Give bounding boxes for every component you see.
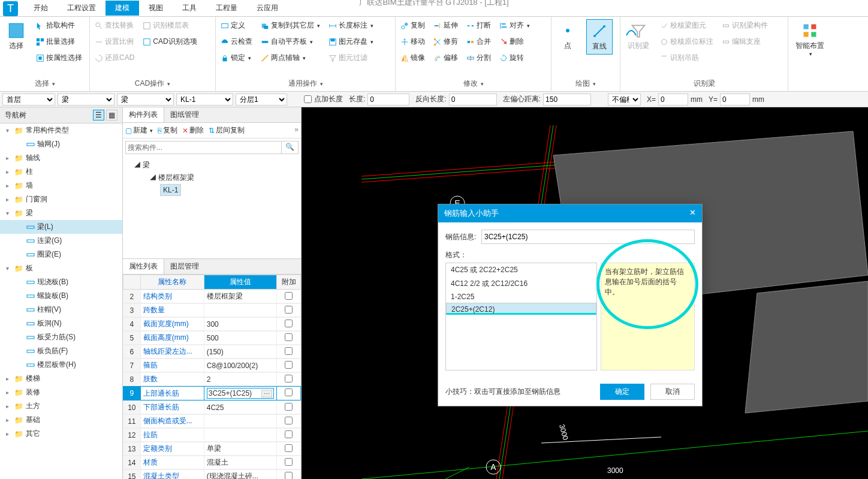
nooffset-select[interactable]: 不偏移	[608, 94, 641, 106]
type-select[interactable]: 梁	[58, 94, 114, 106]
search-input[interactable]	[125, 141, 282, 154]
format-item[interactable]: 1-2C25	[446, 291, 596, 303]
define[interactable]: 定义	[219, 19, 254, 32]
select-by-prop[interactable]: 按属性选择	[35, 52, 83, 64]
search-icon[interactable]: 🔍	[282, 141, 299, 154]
tab-component-list[interactable]: 构件列表	[123, 107, 164, 122]
length-input[interactable]	[367, 94, 409, 106]
align[interactable]: 对齐▾	[498, 19, 531, 32]
tab-quantity[interactable]: 工程量	[206, 1, 247, 16]
lock[interactable]: 锁定▾	[219, 52, 254, 64]
cancel-button[interactable]: 取消	[650, 384, 695, 400]
format-item[interactable]: 2C25+(2C12)	[446, 303, 596, 315]
tree-item[interactable]: 现浇板(B)	[0, 275, 122, 289]
property-row[interactable]: 5截面高度(mm)500	[123, 331, 301, 345]
extend[interactable]: 延伸	[432, 19, 459, 32]
close-icon[interactable]: ✕	[689, 208, 696, 219]
cloud-check[interactable]: 云检查	[219, 35, 254, 48]
floor-copy[interactable]: ⇅层间复制	[209, 125, 245, 135]
y-input[interactable]	[720, 94, 750, 106]
rotate[interactable]: 旋转	[498, 52, 531, 64]
tab-tools[interactable]: 工具	[173, 1, 206, 16]
tree-item[interactable]: 圈梁(E)	[0, 248, 122, 261]
tree-item[interactable]: 板受力筋(S)	[0, 330, 122, 344]
floor-select[interactable]: 首层	[2, 94, 55, 106]
property-row[interactable]: 8肢数2	[123, 372, 301, 386]
copy-to-floor[interactable]: 复制到其它层▾	[260, 19, 321, 32]
clist-category[interactable]: ◢ 楼层框架梁	[125, 171, 299, 184]
property-row[interactable]: 7箍筋C8@100/200(2)	[123, 359, 301, 372]
component-select[interactable]: KL-1	[176, 94, 233, 106]
batch-select[interactable]: 批量选择	[35, 35, 83, 48]
tree-category[interactable]: ▸📁 土方	[0, 399, 122, 413]
tree-item[interactable]: 梁(L)	[0, 220, 122, 234]
tab-project[interactable]: 工程设置	[58, 1, 106, 16]
tree-category[interactable]: ▾📁 板	[0, 261, 122, 275]
cad-options[interactable]: CAD识别选项	[141, 35, 198, 48]
tab-cloud[interactable]: 云应用	[247, 1, 288, 16]
tree-category[interactable]: ▾📁 常用构件类型	[0, 123, 122, 137]
tab-layer-mgmt[interactable]: 图层管理	[164, 259, 205, 274]
point-button[interactable]: 点	[555, 19, 580, 53]
delete-component[interactable]: ✕删除	[182, 125, 204, 135]
tab-start[interactable]: 开始	[24, 1, 58, 16]
mirror[interactable]: 镜像	[399, 52, 426, 64]
property-row[interactable]: 12拉筋	[123, 428, 301, 442]
tree-category[interactable]: ▸📁 柱	[0, 165, 122, 179]
more-icon[interactable]: ⋯	[261, 390, 272, 397]
offset-input[interactable]	[543, 94, 591, 106]
merge[interactable]: 合并	[465, 35, 492, 48]
split[interactable]: 分割	[465, 52, 492, 64]
property-row[interactable]: 3跨数量	[123, 303, 301, 317]
format-item[interactable]: 4C12 2/2 或 2C12/2C16	[446, 277, 596, 291]
property-row[interactable]: 9上部通长筋3C25+(1C25)⋯	[123, 386, 301, 400]
tab-view[interactable]: 视图	[139, 1, 173, 16]
property-row[interactable]: 13定额类别单梁	[123, 442, 301, 456]
tree-category[interactable]: ▸📁 门窗洞	[0, 192, 122, 206]
new-component[interactable]: ▢新建▾	[125, 125, 153, 135]
delete[interactable]: 删除	[498, 35, 531, 48]
tree-item[interactable]: 连梁(G)	[0, 234, 122, 248]
tree-item[interactable]: 板负筋(F)	[0, 344, 122, 358]
pointlen-checkbox[interactable]	[304, 95, 312, 103]
break[interactable]: 打断	[465, 19, 492, 32]
tree-item[interactable]: 螺旋板(B)	[0, 289, 122, 303]
tree-category[interactable]: ▸📁 墙	[0, 179, 122, 192]
property-row[interactable]: 14材质混凝土	[123, 456, 301, 469]
copy[interactable]: 复制	[399, 19, 426, 32]
format-list[interactable]: 4C25 或 2C22+2C254C12 2/2 或 2C12/2C161-2C…	[445, 263, 597, 370]
tree-item[interactable]: 轴网(J)	[0, 137, 122, 151]
two-point-aux[interactable]: 两点辅轴▾	[260, 52, 321, 64]
rebar-info-input[interactable]	[481, 230, 695, 244]
identify-beam-button[interactable]: 识别梁	[624, 19, 653, 53]
tree-category[interactable]: ▸📁 装修	[0, 385, 122, 399]
move[interactable]: 移动	[399, 35, 426, 48]
tree-item[interactable]: 柱帽(V)	[0, 303, 122, 317]
clist-root[interactable]: ◢ 梁	[125, 159, 299, 171]
line-button[interactable]: 直线	[586, 19, 613, 55]
tree-category[interactable]: ▾📁 梁	[0, 206, 122, 220]
tree-category[interactable]: ▸📁 基础	[0, 413, 122, 427]
clist-item-selected[interactable]: KL-1	[160, 184, 181, 196]
property-row[interactable]: 10下部通长筋4C25	[123, 400, 301, 414]
nav-view-grid-icon[interactable]: ▦	[106, 110, 117, 120]
tree-item[interactable]: 楼层板带(H)	[0, 358, 122, 372]
tree-category[interactable]: ▸📁 楼梯	[0, 372, 122, 385]
x-input[interactable]	[658, 94, 688, 106]
offset[interactable]: 偏移	[432, 52, 459, 64]
property-row[interactable]: 2结构类别楼层框架梁	[123, 290, 301, 303]
property-row[interactable]: 11侧面构造或受...	[123, 414, 301, 428]
property-row[interactable]: 15混凝土类型(现浇混凝土碎...	[123, 469, 301, 479]
tab-properties[interactable]: 属性列表	[123, 259, 164, 274]
tab-drawing-mgmt[interactable]: 图纸管理	[164, 107, 205, 122]
ok-button[interactable]: 确定	[600, 384, 644, 400]
property-row[interactable]: 6轴线距梁左边...(150)	[123, 345, 301, 359]
tree-category[interactable]: ▸📁 轴线	[0, 151, 122, 165]
trim[interactable]: 修剪	[432, 35, 459, 48]
type2-select[interactable]: 梁	[117, 94, 174, 106]
nav-view-list-icon[interactable]: ☰	[93, 110, 104, 120]
length-dim[interactable]: 长度标注▾	[327, 19, 375, 32]
app-icon[interactable]: T	[3, 1, 18, 16]
select-button[interactable]: 选择	[4, 19, 29, 53]
layer-select[interactable]: 分层1	[236, 94, 287, 106]
